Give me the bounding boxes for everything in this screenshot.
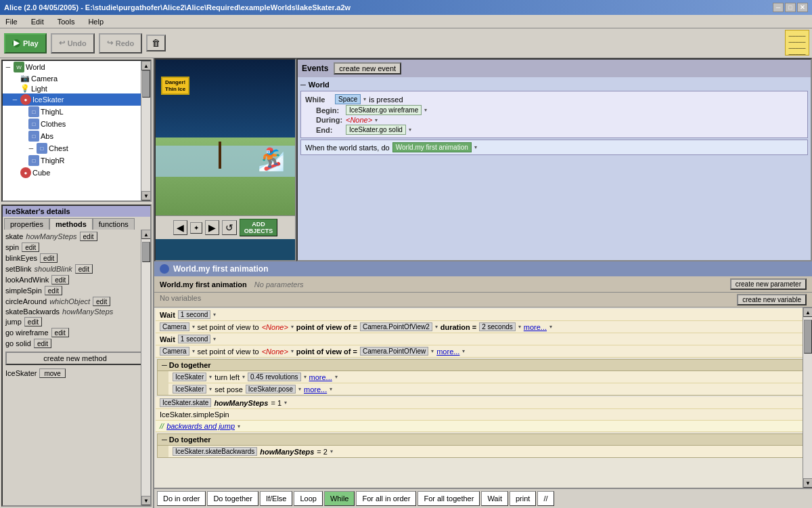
- menu-edit[interactable]: Edit: [28, 17, 47, 26]
- while-arrow[interactable]: ▾: [363, 96, 366, 102]
- scroll-down[interactable]: ▼: [141, 191, 151, 200]
- edit-spin[interactable]: edit: [22, 242, 39, 252]
- nav-up[interactable]: ✦: [190, 222, 202, 234]
- pose-val[interactable]: IceSkater.pose: [246, 385, 296, 394]
- camera-none-dd-2[interactable]: ▾: [291, 348, 294, 354]
- turn-more-dd[interactable]: ▾: [335, 374, 338, 380]
- more-link-2[interactable]: more...: [436, 347, 459, 356]
- end-arrow[interactable]: ▾: [409, 127, 411, 133]
- nav-left[interactable]: ◀: [173, 220, 187, 235]
- edit-circlearound[interactable]: edit: [93, 297, 110, 306]
- btn-comment[interactable]: //: [537, 491, 554, 506]
- more-dd-2[interactable]: ▾: [462, 348, 465, 354]
- wait-val-2[interactable]: 1 second: [178, 335, 211, 343]
- tree-item-chest[interactable]: ─ □ Chest: [3, 142, 150, 154]
- skate-dd[interactable]: ▾: [284, 400, 287, 406]
- tree-item-cube[interactable]: ● Cube: [3, 167, 150, 179]
- edit-simplespin[interactable]: edit: [45, 286, 62, 295]
- tree-item-thighl[interactable]: □ ThighL: [3, 106, 150, 118]
- btn-for-all-in-order[interactable]: For all in order: [356, 491, 416, 506]
- skateback-dd[interactable]: ▾: [330, 448, 333, 454]
- pov-dd-2[interactable]: ▾: [431, 348, 434, 354]
- more-link-1[interactable]: more...: [524, 323, 547, 331]
- code-scroll-thumb[interactable]: [804, 320, 812, 354]
- code-scroll-up[interactable]: ▲: [803, 308, 812, 317]
- scroll-thumb[interactable]: [142, 70, 150, 98]
- pose-dd[interactable]: ▾: [298, 386, 301, 392]
- methods-scroll-up[interactable]: ▲: [141, 230, 150, 239]
- tab-functions[interactable]: functions: [93, 218, 135, 230]
- edit-lookandwink[interactable]: edit: [51, 275, 69, 284]
- wait-val-1[interactable]: 1 second: [178, 310, 211, 319]
- tab-properties[interactable]: properties: [4, 218, 49, 230]
- turn-val[interactable]: 0.45 revolutions: [248, 373, 301, 381]
- menu-help[interactable]: Help: [85, 17, 106, 26]
- begin-val-chip[interactable]: IceSkater.go wireframe: [346, 105, 422, 115]
- comment-text[interactable]: backwards and jump: [166, 422, 235, 430]
- when-action-chip[interactable]: World.my first animation: [392, 142, 472, 152]
- edit-wireframe[interactable]: edit: [51, 328, 69, 337]
- turn-more[interactable]: more...: [309, 373, 332, 381]
- btn-for-all-together[interactable]: For all together: [418, 491, 480, 506]
- pov-dd-1[interactable]: ▾: [435, 324, 438, 330]
- expand-world[interactable]: ─: [4, 63, 12, 71]
- wait-dropdown-1[interactable]: ▾: [213, 312, 216, 318]
- camera-dd-2[interactable]: ▾: [192, 348, 195, 354]
- methods-scroll-thumb[interactable]: [142, 242, 150, 262]
- edit-blinkeyes[interactable]: edit: [40, 253, 58, 263]
- minimize-button[interactable]: ─: [773, 3, 784, 12]
- expand-chest[interactable]: ─: [27, 144, 35, 152]
- btn-loop[interactable]: Loop: [294, 491, 322, 506]
- duration-chip-1[interactable]: 2 seconds: [479, 322, 516, 331]
- more-dd-1[interactable]: ▾: [549, 324, 552, 330]
- code-scroll-down[interactable]: ▼: [803, 478, 812, 488]
- turn-dd[interactable]: ▾: [242, 374, 245, 380]
- scroll-up[interactable]: ▲: [141, 61, 151, 70]
- camera-chip-1[interactable]: Camera: [160, 322, 189, 331]
- btn-wait[interactable]: Wait: [481, 491, 508, 506]
- pose-more[interactable]: more...: [304, 385, 327, 394]
- ics-dd-turn[interactable]: ▾: [209, 374, 212, 380]
- move-button[interactable]: move: [39, 368, 65, 378]
- tab-methods[interactable]: methods: [49, 218, 93, 230]
- ics-dd-pose[interactable]: ▾: [209, 386, 212, 392]
- btn-if-else[interactable]: If/Else: [260, 491, 293, 506]
- maximize-button[interactable]: □: [785, 3, 796, 12]
- menu-file[interactable]: File: [3, 17, 20, 26]
- btn-do-in-order[interactable]: Do in order: [157, 491, 206, 506]
- nav-right[interactable]: ▶: [205, 220, 219, 235]
- trash-button[interactable]: 🗑: [146, 35, 166, 51]
- pov-chip-2[interactable]: Camera.PointOfView: [360, 347, 428, 356]
- edit-jump[interactable]: edit: [24, 317, 42, 326]
- duration-dd-1[interactable]: ▾: [518, 324, 521, 330]
- edit-solid[interactable]: edit: [34, 339, 51, 348]
- methods-scrollbar[interactable]: ▲ ▼: [141, 230, 150, 505]
- object-tree[interactable]: ─ W World 📷 Camera 💡 Light ─ ● IceSkater: [1, 60, 152, 202]
- menu-tools[interactable]: Tools: [55, 17, 78, 26]
- tree-item-iceskater[interactable]: ─ ● IceSkater: [3, 93, 150, 106]
- create-param-button[interactable]: create new parameter: [730, 278, 807, 290]
- pov-chip-1[interactable]: Camera.PointOfView2: [360, 322, 432, 331]
- edit-setblink[interactable]: edit: [75, 264, 93, 274]
- tree-item-abs[interactable]: □ Abs: [3, 130, 150, 142]
- redo-button[interactable]: ↪ Redo: [99, 33, 143, 54]
- play-button[interactable]: ▶ Play: [4, 33, 47, 54]
- create-var-button[interactable]: create new variable: [737, 294, 807, 305]
- end-val-chip[interactable]: IceSkater.go solid: [346, 125, 406, 135]
- turn-val-dd[interactable]: ▾: [304, 374, 307, 380]
- collapse-together-1[interactable]: ─: [162, 361, 167, 369]
- tree-item-light[interactable]: 💡 Light: [3, 83, 150, 93]
- when-arrow[interactable]: ▾: [474, 144, 477, 150]
- edit-skate[interactable]: edit: [80, 232, 97, 241]
- code-scrollbar[interactable]: ▲ ▼: [803, 308, 812, 488]
- iceskater-chip-turn[interactable]: IceSkater: [173, 373, 206, 381]
- wait-dropdown-2[interactable]: ▾: [213, 336, 216, 342]
- close-button[interactable]: ✕: [797, 3, 808, 12]
- add-objects-button[interactable]: ADDOBJECTS: [240, 219, 278, 236]
- tree-item-world[interactable]: ─ W World: [3, 61, 150, 73]
- create-method-button[interactable]: create new method: [5, 352, 145, 365]
- begin-arrow[interactable]: ▾: [424, 107, 427, 113]
- btn-do-together[interactable]: Do together: [207, 491, 258, 506]
- tree-scrollbar[interactable]: ▲ ▼: [141, 61, 150, 200]
- camera-chip-2[interactable]: Camera: [160, 347, 189, 356]
